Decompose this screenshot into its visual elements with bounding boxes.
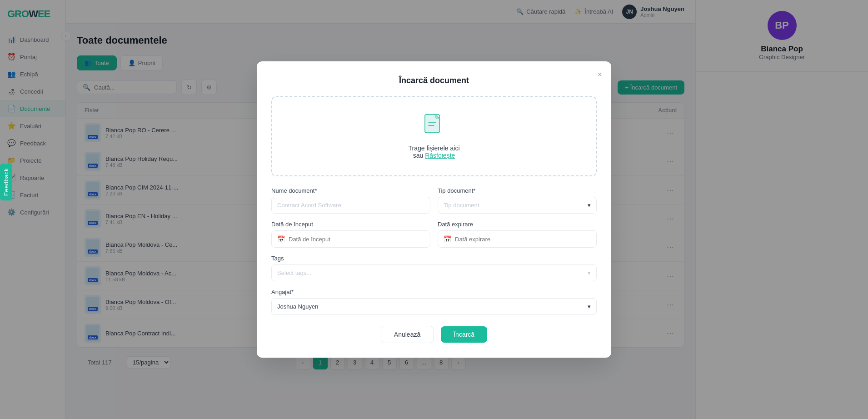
tags-placeholder: Select tags... [277, 269, 311, 276]
feedback-tab[interactable]: Feedback [0, 164, 12, 200]
doc-type-label: Tip document* [438, 187, 597, 194]
end-date-label: Dată expirare [438, 221, 597, 228]
employee-select[interactable]: Joshua Nguyen ▾ [271, 298, 597, 315]
tags-label: Tags [271, 255, 597, 262]
upload-modal: Încarcă document × Trage fișierele aici … [257, 61, 611, 358]
cancel-button[interactable]: Anulează [381, 326, 434, 343]
doc-name-label: Nume document* [271, 187, 430, 194]
form-group-employee: Angajat* Joshua Nguyen ▾ [271, 289, 597, 315]
start-date-label: Dată de început [271, 221, 430, 228]
employee-label: Angajat* [271, 289, 597, 295]
form-row-2: Dată de început 📅 Dată expirare 📅 [271, 221, 597, 248]
dropzone[interactable]: Trage fișierele aici sau Răsfoiește [271, 96, 597, 176]
form-group-doc-name: Nume document* [271, 187, 430, 214]
form-row-1: Nume document* Tip document* Tip documen… [271, 187, 597, 214]
upload-button[interactable]: Încarcă [441, 326, 487, 343]
employee-value: Joshua Nguyen [277, 303, 318, 310]
form-row-4: Angajat* Joshua Nguyen ▾ [271, 289, 597, 315]
tags-select[interactable]: Select tags... ▾ [271, 264, 597, 281]
doc-type-placeholder: Tip document [444, 202, 479, 209]
start-date-input-wrapper[interactable]: 📅 [271, 230, 430, 248]
modal-footer: Anulează Încarcă [271, 326, 597, 343]
modal-title: Încarcă document [271, 76, 597, 85]
dropdown-icon: ▾ [588, 202, 591, 209]
form-group-tags: Tags Select tags... ▾ [271, 255, 597, 281]
doc-name-input[interactable] [271, 197, 430, 214]
employee-dropdown-icon: ▾ [588, 303, 591, 310]
dropzone-connector: sau [413, 152, 424, 159]
calendar-icon-start: 📅 [277, 235, 285, 243]
form-group-doc-type: Tip document* Tip document ▾ [438, 187, 597, 214]
modal-overlay[interactable]: Încarcă document × Trage fișierele aici … [0, 0, 868, 419]
dropzone-text: Trage fișierele aici sau Răsfoiește [408, 145, 459, 159]
calendar-icon-end: 📅 [444, 235, 451, 243]
doc-type-select[interactable]: Tip document ▾ [438, 197, 597, 214]
end-date-input[interactable] [455, 236, 591, 243]
modal-close-btn[interactable]: × [597, 70, 602, 79]
dropzone-icon [423, 114, 445, 139]
start-date-input[interactable] [289, 236, 424, 243]
form-row-3: Tags Select tags... ▾ [271, 255, 597, 281]
dropzone-main-text: Trage fișierele aici [408, 145, 459, 152]
form-group-end-date: Dată expirare 📅 [438, 221, 597, 248]
dropzone-browse-link[interactable]: Răsfoiește [425, 152, 455, 159]
form-group-start-date: Dată de început 📅 [271, 221, 430, 248]
tags-dropdown-icon: ▾ [588, 269, 591, 276]
end-date-input-wrapper[interactable]: 📅 [438, 230, 597, 248]
